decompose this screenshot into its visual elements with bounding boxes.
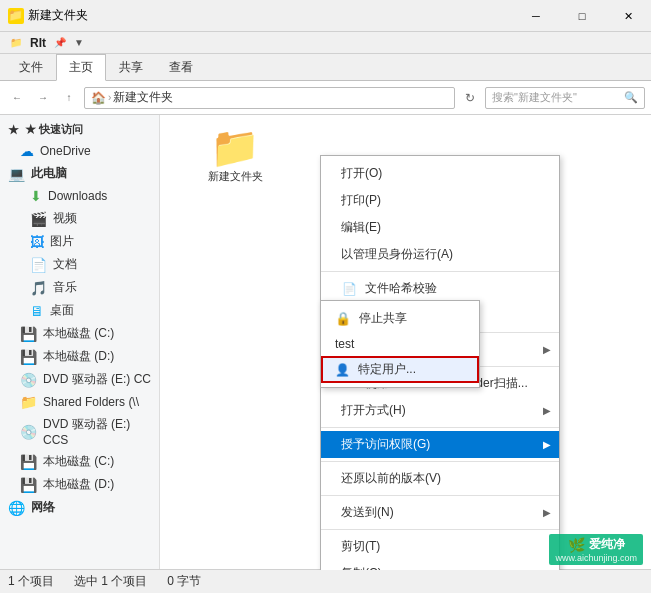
sub-test[interactable]: test xyxy=(321,332,479,356)
star-icon: ★ xyxy=(8,123,19,137)
tab-home[interactable]: 主页 xyxy=(56,54,106,81)
sidebar-section-quickaccess[interactable]: ★ ★ 快速访问 xyxy=(0,119,159,140)
tab-view[interactable]: 查看 xyxy=(156,54,206,80)
sidebar-item-drive-d2[interactable]: 💾 本地磁盘 (D:) xyxy=(0,473,159,496)
download-icon: ⬇ xyxy=(30,188,42,204)
ribbon: 文件 主页 共享 查看 xyxy=(0,54,651,81)
sidebar-item-drive-c1[interactable]: 💾 本地磁盘 (C:) xyxy=(0,322,159,345)
ctx-runas[interactable]: 以管理员身份运行(A) xyxy=(321,241,559,268)
watermark-url: www.aichunjing.com xyxy=(555,553,637,563)
sub-test-label: test xyxy=(335,337,354,351)
ctx-hash[interactable]: 📄 文件哈希校验 xyxy=(321,275,559,302)
ctx-layout-arrow: ▶ xyxy=(543,344,551,355)
video-icon: 🎬 xyxy=(30,211,47,227)
search-placeholder: 搜索"新建文件夹" xyxy=(492,90,577,105)
status-count: 1 个项目 xyxy=(8,573,54,590)
ctx-print[interactable]: 打印(P) xyxy=(321,187,559,214)
quick-toolbar-dropdown[interactable]: ▼ xyxy=(70,37,88,48)
quick-toolbar-properties[interactable]: 📁 xyxy=(6,37,26,48)
sidebar-item-network[interactable]: 🌐 网络 xyxy=(0,496,159,519)
tab-file[interactable]: 文件 xyxy=(6,54,56,80)
minimize-button[interactable]: ─ xyxy=(513,0,559,32)
image-icon: 🖼 xyxy=(30,234,44,250)
ctx-print-label: 打印(P) xyxy=(341,192,381,209)
shared-icon: 📁 xyxy=(20,394,37,410)
ctx-open-label: 打开(O) xyxy=(341,165,382,182)
back-button[interactable]: ← xyxy=(6,87,28,109)
ctx-sep-5 xyxy=(321,461,559,462)
desktop-icon: 🖥 xyxy=(30,303,44,319)
sub-context-menu: 🔒 停止共享 test 👤 特定用户... xyxy=(320,300,480,388)
sidebar-item-videos[interactable]: 🎬 视频 xyxy=(0,207,159,230)
ctx-edit[interactable]: 编辑(E) xyxy=(321,214,559,241)
sub-stop-share-label: 停止共享 xyxy=(359,310,407,327)
maximize-button[interactable]: □ xyxy=(559,0,605,32)
sub-stop-share[interactable]: 🔒 停止共享 xyxy=(321,305,479,332)
sidebar-item-dvd-e-cc[interactable]: 💿 DVD 驱动器 (E:) CC xyxy=(0,368,159,391)
drive-c2-icon: 💾 xyxy=(20,454,37,470)
file-area: 📁 新建文件夹 打开(O) 打印(P) 编辑(E) 以管理员身份运行(A) 📄 … xyxy=(160,115,651,570)
ctx-open[interactable]: 打开(O) xyxy=(321,160,559,187)
sidebar-item-drive-d1[interactable]: 💾 本地磁盘 (D:) xyxy=(0,345,159,368)
watermark: 🌿 爱纯净 www.aichunjing.com xyxy=(549,534,643,565)
ctx-grant-label: 授予访问权限(G) xyxy=(341,436,430,453)
ctx-hash-label: 文件哈希校验 xyxy=(365,280,437,297)
sidebar-item-pictures[interactable]: 🖼 图片 xyxy=(0,230,159,253)
quick-access-toolbar: 📁 RIt 📌 ▼ xyxy=(0,32,651,54)
ctx-edit-label: 编辑(E) xyxy=(341,219,381,236)
title-bar: 📁 新建文件夹 ─ □ ✕ xyxy=(0,0,651,32)
quick-toolbar-rit: RIt xyxy=(26,36,50,50)
ctx-grant-access[interactable]: 授予访问权限(G) ▶ xyxy=(321,431,559,458)
folder-item[interactable]: 📁 新建文件夹 xyxy=(200,125,270,185)
sub-specific-user[interactable]: 👤 特定用户... xyxy=(321,356,479,383)
sidebar-item-onedrive[interactable]: ☁ OneDrive xyxy=(0,140,159,162)
ctx-cut[interactable]: 剪切(T) xyxy=(321,533,559,560)
ctx-sep-4 xyxy=(321,427,559,428)
ctx-sendto-arrow: ▶ xyxy=(543,507,551,518)
address-path[interactable]: 🏠 › 新建文件夹 xyxy=(84,87,455,109)
sidebar-item-thispc[interactable]: 💻 此电脑 xyxy=(0,162,159,185)
ctx-openwith-label: 打开方式(H) xyxy=(341,402,406,419)
ctx-sep-1 xyxy=(321,271,559,272)
ctx-copy[interactable]: 复制(C) xyxy=(321,560,559,570)
status-selected: 选中 1 个项目 xyxy=(74,573,147,590)
ctx-sendto[interactable]: 发送到(N) ▶ xyxy=(321,499,559,526)
ctx-grant-arrow: ▶ xyxy=(543,439,551,450)
main-area: ★ ★ 快速访问 ☁ OneDrive 💻 此电脑 ⬇ Downloads 🎬 … xyxy=(0,115,651,570)
folder-item-name: 新建文件夹 xyxy=(208,169,263,184)
title-bar-controls: ─ □ ✕ xyxy=(513,0,651,32)
document-icon: 📄 xyxy=(30,257,47,273)
watermark-logo: 🌿 爱纯净 xyxy=(568,536,625,553)
sidebar-item-downloads[interactable]: ⬇ Downloads xyxy=(0,185,159,207)
dvd-e-ccs-icon: 💿 xyxy=(20,424,37,440)
lock-icon: 🔒 xyxy=(335,311,351,326)
ribbon-tabs: 文件 主页 共享 查看 xyxy=(0,54,651,80)
up-button[interactable]: ↑ xyxy=(58,87,80,109)
onedrive-icon: ☁ xyxy=(20,143,34,159)
ctx-sep-6 xyxy=(321,495,559,496)
forward-button[interactable]: → xyxy=(32,87,54,109)
title-bar-icon: 📁 xyxy=(8,8,24,24)
hash-icon: 📄 xyxy=(341,281,357,297)
ctx-restore[interactable]: 还原以前的版本(V) xyxy=(321,465,559,492)
refresh-button[interactable]: ↻ xyxy=(459,87,481,109)
sidebar-item-dvd-e-ccs[interactable]: 💿 DVD 驱动器 (E:) CCS xyxy=(0,413,159,450)
breadcrumb: 🏠 › 新建文件夹 xyxy=(91,89,173,106)
drive-d2-icon: 💾 xyxy=(20,477,37,493)
address-bar: ← → ↑ 🏠 › 新建文件夹 ↻ 搜索"新建文件夹" 🔍 xyxy=(0,81,651,115)
quick-toolbar-pin[interactable]: 📌 xyxy=(50,37,70,48)
status-bar: 1 个项目 选中 1 个项目 0 字节 xyxy=(0,569,651,593)
ctx-openwith[interactable]: 打开方式(H) ▶ xyxy=(321,397,559,424)
close-button[interactable]: ✕ xyxy=(605,0,651,32)
sidebar-item-documents[interactable]: 📄 文档 xyxy=(0,253,159,276)
ctx-sep-7 xyxy=(321,529,559,530)
sidebar-item-shared[interactable]: 📁 Shared Folders (\\ xyxy=(0,391,159,413)
breadcrumb-separator: › xyxy=(108,92,111,103)
ctx-openwith-arrow: ▶ xyxy=(543,405,551,416)
sidebar-item-desktop[interactable]: 🖥 桌面 xyxy=(0,299,159,322)
sidebar-item-music[interactable]: 🎵 音乐 xyxy=(0,276,159,299)
tab-share[interactable]: 共享 xyxy=(106,54,156,80)
search-box[interactable]: 搜索"新建文件夹" 🔍 xyxy=(485,87,645,109)
search-icon[interactable]: 🔍 xyxy=(624,91,638,104)
sidebar-item-drive-c2[interactable]: 💾 本地磁盘 (C:) xyxy=(0,450,159,473)
